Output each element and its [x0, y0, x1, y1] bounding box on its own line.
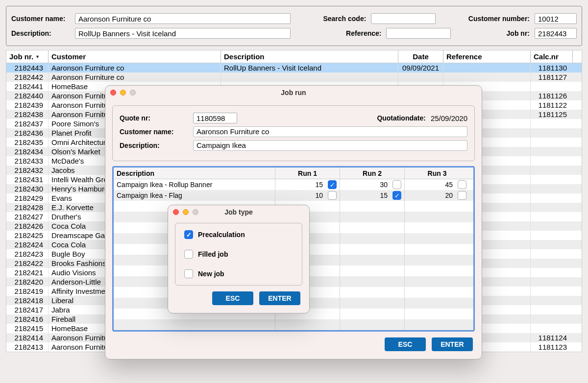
checkbox-icon[interactable]: ✓	[392, 191, 401, 200]
jr-customer-name-label: Customer name:	[120, 128, 188, 136]
run-value-cell[interactable]: 15✓	[340, 190, 405, 201]
jr-customer-name-field[interactable]: Aaronson Furniture co	[193, 126, 467, 137]
cell: 2182439	[6, 100, 49, 110]
cell	[398, 72, 443, 82]
cell: 1181124	[531, 333, 573, 342]
job-type-enter-button[interactable]: ENTER	[259, 291, 300, 305]
job-type-dialog: Job type ✓ Precalculation Filled job New…	[168, 205, 310, 313]
run-row-empty	[114, 319, 473, 330]
cell: 2182416	[6, 314, 49, 324]
cell	[531, 277, 573, 287]
cell: 1181126	[531, 91, 573, 100]
cell: 2182415	[6, 324, 49, 333]
cell: 1181125	[531, 110, 573, 119]
cell	[531, 212, 573, 221]
job-run-details-panel: Quote nr: 1180598 Quotationdate: 25/09/2…	[112, 105, 475, 161]
run-desc-cell: Campaign Ikea - Flag	[114, 190, 275, 201]
cell: 2182443	[6, 63, 49, 72]
cell	[531, 249, 573, 259]
cell: 2182427	[6, 212, 49, 221]
col-reference[interactable]: Reference	[443, 50, 531, 63]
cell: 2182420	[6, 277, 49, 287]
cell	[531, 259, 573, 268]
run-row[interactable]: Campaign Ikea - Flag1015✓20	[114, 190, 473, 201]
cell: 2182418	[6, 296, 49, 305]
job-run-enter-button[interactable]: ENTER	[432, 337, 473, 351]
search-code-field[interactable]	[371, 13, 436, 24]
cell: 2182423	[6, 249, 49, 259]
table-row[interactable]: 2182443Aaronson Furniture coRollUp Banne…	[6, 63, 582, 72]
option-precalculation[interactable]: ✓ Precalculation	[184, 230, 293, 239]
col-description[interactable]: Description	[221, 50, 398, 63]
cell: 2182433	[6, 156, 49, 166]
quotation-date-label: Quotationdate:	[377, 114, 426, 122]
job-type-titlebar[interactable]: Job type	[168, 205, 309, 219]
col-calc-nr[interactable]: Calc.nr	[531, 50, 573, 63]
window-minimize-icon[interactable]	[183, 209, 189, 215]
cell: 1181127	[531, 72, 573, 82]
job-run-esc-button[interactable]: ESC	[385, 337, 426, 351]
customer-number-label: Customer number:	[468, 15, 530, 23]
checkbox-icon[interactable]	[458, 180, 466, 189]
run-value-cell[interactable]: 20	[405, 190, 469, 201]
option-new-job[interactable]: New job	[184, 269, 293, 278]
col-job-nr[interactable]: Job nr. ▾	[6, 50, 49, 63]
col-date[interactable]: Date	[398, 50, 443, 63]
cell	[531, 138, 573, 147]
checkbox-icon[interactable]	[184, 269, 193, 278]
cell: 2182414	[6, 333, 49, 342]
jr-description-field[interactable]: Campaign Ikea	[193, 140, 467, 151]
cell: 2182441	[6, 82, 49, 91]
checkbox-icon[interactable]: ✓	[184, 230, 193, 239]
job-nr-field[interactable]: 2182443	[535, 28, 577, 39]
cell: 2182429	[6, 193, 49, 203]
checkbox-icon[interactable]: ✓	[328, 180, 337, 189]
cell: 2182435	[6, 138, 49, 147]
table-row[interactable]: 2182442Aaronson Furniture co1181127	[6, 72, 582, 82]
customer-name-field[interactable]: Aaronson Furniture co	[75, 13, 291, 24]
cell	[531, 156, 573, 166]
run-row[interactable]: Campaign Ikea - Rollup Banner15✓3045	[114, 179, 473, 190]
quote-nr-field[interactable]: 1180598	[193, 113, 237, 123]
job-type-esc-button[interactable]: ESC	[212, 291, 253, 305]
option-new-job-label: New job	[198, 270, 224, 278]
run-value-cell[interactable]: 30	[340, 179, 405, 190]
rg-col-run1[interactable]: Run 1	[275, 168, 340, 179]
cell: 2182436	[6, 128, 49, 138]
window-minimize-icon[interactable]	[120, 90, 126, 96]
checkbox-icon[interactable]	[184, 250, 193, 259]
customer-number-field[interactable]: 10012	[535, 13, 577, 24]
cell	[531, 221, 573, 231]
cell: 1181130	[531, 63, 573, 72]
cell: 2182425	[6, 231, 49, 240]
rg-col-run3[interactable]: Run 3	[405, 168, 469, 179]
run-value-cell[interactable]: 45	[405, 179, 469, 190]
option-filled-job[interactable]: Filled job	[184, 250, 293, 259]
cell	[221, 72, 398, 82]
description-field[interactable]: RollUp Banners - Visit Iceland	[75, 28, 291, 39]
rg-col-description[interactable]: Description	[114, 168, 275, 179]
checkbox-icon[interactable]	[458, 191, 466, 200]
customer-name-label: Customer name:	[11, 15, 70, 23]
run-value-cell[interactable]: 15✓	[275, 179, 340, 190]
grid-header: Job nr. ▾ Customer Description Date Refe…	[6, 50, 582, 63]
checkbox-icon[interactable]	[392, 180, 401, 189]
window-close-icon[interactable]	[110, 90, 116, 96]
cell	[531, 268, 573, 277]
cell: 2182428	[6, 203, 49, 212]
cell: 2182434	[6, 147, 49, 156]
cell	[531, 324, 573, 333]
checkbox-icon[interactable]	[328, 191, 337, 200]
rg-col-run2[interactable]: Run 2	[340, 168, 405, 179]
cell: Aaronson Furniture co	[49, 72, 221, 82]
cell	[531, 240, 573, 249]
cell	[531, 296, 573, 305]
run-desc-cell: Campaign Ikea - Rollup Banner	[114, 179, 275, 190]
window-close-icon[interactable]	[173, 209, 179, 215]
run-value-cell[interactable]: 10	[275, 190, 340, 201]
reference-field[interactable]	[386, 28, 451, 39]
cell: 2182426	[6, 221, 49, 231]
col-customer[interactable]: Customer	[49, 50, 221, 63]
job-run-titlebar[interactable]: Job run	[105, 86, 482, 99]
cell	[531, 166, 573, 175]
